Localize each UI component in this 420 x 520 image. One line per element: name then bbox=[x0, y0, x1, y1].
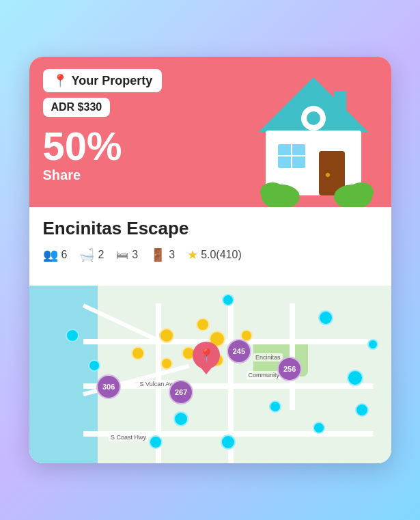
svg-point-11 bbox=[260, 182, 285, 202]
price-pin: 267 bbox=[169, 380, 193, 405]
cyan-dot bbox=[149, 435, 163, 449]
star-icon: ★ bbox=[187, 247, 198, 262]
cyan-dot bbox=[318, 310, 333, 325]
yellow-dot bbox=[131, 346, 145, 360]
cyan-dot bbox=[355, 403, 369, 417]
bathrooms-count: 2 bbox=[98, 249, 104, 261]
guests-count: 6 bbox=[61, 249, 68, 261]
stat-bathrooms: 🛁 2 bbox=[79, 247, 104, 262]
house-illustration bbox=[245, 64, 382, 207]
cyan-dot bbox=[88, 359, 100, 372]
rooms-count: 3 bbox=[169, 249, 175, 261]
map-label-encinitas: Encinitas bbox=[253, 353, 283, 361]
property-label: Your Property bbox=[72, 74, 153, 88]
property-badge: 📍 Your Property bbox=[43, 69, 163, 92]
cyan-dot bbox=[221, 435, 236, 450]
cyan-dot bbox=[173, 411, 188, 426]
bath-icon: 🛁 bbox=[79, 247, 94, 262]
pin-icon: 📍 bbox=[53, 73, 68, 88]
map-label-coast-hwy: S Coast Hwy bbox=[109, 433, 148, 441]
map-section[interactable]: Encinitas Community Pk S Coast Hwy S Vul… bbox=[29, 286, 391, 463]
cyan-dot bbox=[222, 294, 234, 306]
svg-rect-1 bbox=[334, 91, 346, 115]
stat-bedrooms: 🛏 3 bbox=[116, 248, 138, 262]
stat-rooms: 🚪 3 bbox=[150, 247, 175, 262]
property-name: Encinitas Escape bbox=[43, 218, 378, 239]
stat-rating: ★ 5.0(410) bbox=[187, 247, 242, 262]
share-percent: 50% bbox=[43, 126, 122, 166]
adr-value: ADR $330 bbox=[51, 101, 102, 113]
card-bottom: Encinitas Escape 👥 6 🛁 2 🛏 3 🚪 3 ★ 5.0(4… bbox=[29, 207, 391, 286]
yellow-dot bbox=[159, 328, 174, 343]
cyan-dot bbox=[367, 339, 378, 350]
property-card: 📍 Your Property ADR $330 50% Share bbox=[29, 57, 391, 463]
yellow-dot bbox=[196, 318, 210, 331]
rating-value: 5.0(410) bbox=[201, 249, 242, 261]
cyan-dot bbox=[347, 370, 363, 386]
guests-icon: 👥 bbox=[43, 247, 58, 262]
property-stats: 👥 6 🛁 2 🛏 3 🚪 3 ★ 5.0(410) bbox=[43, 247, 378, 262]
bedrooms-count: 3 bbox=[132, 249, 138, 261]
price-pin: 245 bbox=[227, 339, 251, 364]
bed-icon: 🛏 bbox=[116, 248, 128, 262]
share-label: Share bbox=[43, 167, 81, 183]
cyan-dot bbox=[269, 400, 281, 413]
selected-pin: 📍 bbox=[193, 342, 220, 369]
price-pin: 306 bbox=[96, 374, 121, 399]
svg-point-4 bbox=[307, 111, 320, 125]
svg-point-13 bbox=[349, 182, 374, 202]
cyan-dot bbox=[66, 329, 79, 342]
svg-point-9 bbox=[326, 173, 330, 177]
yellow-dot bbox=[160, 357, 173, 370]
room-icon: 🚪 bbox=[150, 247, 165, 262]
card-top: 📍 Your Property ADR $330 50% Share bbox=[29, 57, 391, 207]
adr-badge: ADR $330 bbox=[43, 98, 111, 117]
price-pin: 256 bbox=[277, 357, 302, 381]
cyan-dot bbox=[313, 422, 325, 434]
stat-guests: 👥 6 bbox=[43, 247, 68, 262]
